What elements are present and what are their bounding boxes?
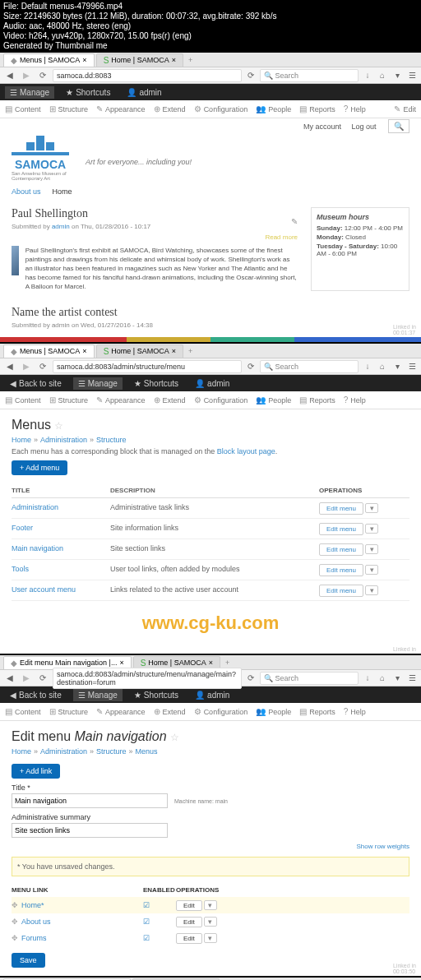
admin-user-link[interactable]: 👤admin bbox=[122, 86, 166, 99]
author-link[interactable]: admin bbox=[52, 223, 70, 230]
reload-button[interactable]: ⟳ bbox=[36, 360, 49, 373]
add-menu-button[interactable]: + Add menu bbox=[12, 460, 67, 475]
search-icon[interactable]: 🔍 bbox=[388, 119, 409, 133]
close-icon[interactable]: × bbox=[82, 56, 86, 64]
logout-link[interactable]: Log out bbox=[351, 122, 376, 131]
menu-link[interactable]: About us bbox=[21, 918, 51, 926]
menu-name-link[interactable]: Main navigation bbox=[12, 544, 110, 554]
extend-link[interactable]: ⊕Extend bbox=[154, 104, 186, 113]
edit-button[interactable]: Edit bbox=[176, 933, 202, 944]
nav-home[interactable]: Home bbox=[53, 187, 72, 196]
pane-1: ◆Menus | SAMOCA× SHome | SAMOCA× + ◀ ▶ ⟳… bbox=[0, 53, 421, 342]
dropdown-toggle[interactable]: ▾ bbox=[365, 544, 378, 554]
tab-menus[interactable]: ◆Menus | SAMOCA× bbox=[3, 344, 95, 358]
content-link[interactable]: ▤Content bbox=[5, 104, 41, 113]
dropdown-toggle[interactable]: ▾ bbox=[365, 524, 378, 534]
menu-title-input[interactable] bbox=[12, 793, 168, 808]
tab-menus[interactable]: ◆Menus | SAMOCA× bbox=[3, 53, 95, 67]
manage-toggle[interactable]: ☰Manage bbox=[5, 86, 54, 99]
dropdown-toggle[interactable]: ▾ bbox=[365, 585, 378, 595]
dropdown-toggle[interactable]: ▾ bbox=[204, 900, 217, 910]
people-link[interactable]: 👥People bbox=[256, 104, 291, 113]
search-field[interactable]: 🔍 Search bbox=[260, 360, 359, 373]
read-more-link[interactable]: Read more bbox=[12, 233, 298, 241]
forward-button[interactable]: ▶ bbox=[20, 360, 33, 373]
drag-handle[interactable]: ✥ bbox=[12, 901, 18, 909]
back-button[interactable]: ◀ bbox=[3, 69, 16, 82]
back-to-site[interactable]: ◀Back to site bbox=[5, 377, 67, 390]
new-tab-button[interactable]: + bbox=[185, 347, 196, 355]
menu-name-link[interactable]: Footer bbox=[12, 524, 110, 534]
pencil-icon[interactable]: ✎ bbox=[291, 217, 298, 226]
drupal-toolbar: ☰Manage ★Shortcuts 👤admin bbox=[0, 84, 421, 100]
video-metadata: File: Default menus-479966.mp4 Size: 221… bbox=[0, 0, 421, 53]
table-row: ✥About us☑Edit▾ bbox=[12, 913, 409, 930]
edit-menu-button[interactable]: Edit menu bbox=[319, 523, 363, 535]
back-button[interactable]: ◀ bbox=[3, 360, 16, 373]
url-field[interactable]: samoca.dd:8083 bbox=[53, 69, 242, 82]
manage-toggle[interactable]: ☰Manage bbox=[73, 377, 123, 390]
menu-name-link[interactable]: Administration bbox=[12, 503, 110, 513]
dropdown-toggle[interactable]: ▾ bbox=[365, 503, 378, 513]
menu-icon[interactable]: ☰ bbox=[406, 70, 418, 81]
admin-user-link[interactable]: 👤admin bbox=[190, 377, 234, 390]
search-field[interactable]: 🔍 Search bbox=[260, 672, 359, 685]
dropdown-toggle[interactable]: ▾ bbox=[204, 933, 217, 943]
appearance-link[interactable]: ✎Appearance bbox=[96, 104, 146, 113]
download-icon[interactable]: ↓ bbox=[362, 70, 373, 81]
menu-link[interactable]: Home* bbox=[21, 901, 44, 909]
tab-home[interactable]: SHome | SAMOCA× bbox=[96, 344, 183, 358]
tab-home[interactable]: SHome | SAMOCA× bbox=[96, 53, 183, 67]
enabled-checkbox[interactable]: ☑ bbox=[143, 901, 176, 909]
edit-menu-button[interactable]: Edit menu bbox=[319, 502, 363, 515]
star-icon[interactable]: ☆ bbox=[170, 732, 179, 743]
forward-button[interactable]: ▶ bbox=[20, 69, 33, 82]
star-icon[interactable]: ☆ bbox=[54, 420, 63, 432]
unsaved-warning: * You have unsaved changes. bbox=[12, 857, 409, 876]
dropdown-toggle[interactable]: ▾ bbox=[365, 565, 378, 575]
shortcuts-link[interactable]: ★Shortcuts bbox=[61, 86, 115, 99]
article-title-2[interactable]: Name the artist contest bbox=[12, 306, 409, 319]
edit-button[interactable]: Edit bbox=[176, 917, 202, 927]
menu-link[interactable]: Forums bbox=[21, 934, 47, 942]
new-tab-button[interactable]: + bbox=[185, 56, 196, 64]
reader-icon[interactable]: ⟳ bbox=[245, 70, 257, 81]
crumb-structure[interactable]: Structure bbox=[96, 436, 127, 444]
site-logo[interactable]: SAMOCA San Anselmo Museum of Contemporar… bbox=[12, 142, 69, 181]
admin-summary-input[interactable] bbox=[12, 823, 168, 838]
show-weights-link[interactable]: Show row weights bbox=[12, 843, 409, 850]
structure-link[interactable]: ⊞Structure bbox=[49, 104, 89, 113]
url-field[interactable]: samoca.dd:8083/admin/structure/menu/mana… bbox=[53, 668, 242, 689]
new-tab-button[interactable]: + bbox=[222, 659, 233, 667]
article-title[interactable]: Paul Shellington bbox=[12, 207, 298, 220]
edit-button[interactable]: Edit bbox=[176, 900, 202, 911]
close-icon[interactable]: × bbox=[172, 56, 176, 64]
block-layout-link[interactable]: Block layout page bbox=[217, 447, 275, 455]
url-field[interactable]: samoca.dd:8083/admin/structure/menu bbox=[53, 360, 242, 373]
edit-menu-button[interactable]: Edit menu bbox=[319, 564, 363, 576]
enabled-checkbox[interactable]: ☑ bbox=[143, 934, 176, 942]
edit-menu-button[interactable]: Edit menu bbox=[319, 543, 363, 556]
crumb-admin[interactable]: Administration bbox=[40, 436, 87, 444]
myaccount-link[interactable]: My account bbox=[303, 122, 341, 131]
save-button[interactable]: Save bbox=[12, 953, 45, 968]
configuration-link[interactable]: ⚙Configuration bbox=[194, 104, 248, 113]
nav-about[interactable]: About us bbox=[12, 187, 41, 196]
shortcuts-link[interactable]: ★Shortcuts bbox=[129, 377, 183, 390]
reload-button[interactable]: ⟳ bbox=[36, 69, 49, 82]
crumb-home[interactable]: Home bbox=[12, 436, 31, 444]
home-icon[interactable]: ⌂ bbox=[377, 70, 388, 81]
menu-name-link[interactable]: User account menu bbox=[12, 585, 110, 595]
drag-handle[interactable]: ✥ bbox=[12, 918, 18, 926]
help-link[interactable]: ?Help bbox=[344, 104, 366, 113]
enabled-checkbox[interactable]: ☑ bbox=[143, 918, 176, 926]
reports-link[interactable]: ▤Reports bbox=[299, 104, 335, 113]
edit-toggle[interactable]: ✎Edit bbox=[394, 104, 416, 113]
menu-name-link[interactable]: Tools bbox=[12, 565, 110, 575]
edit-menu-button[interactable]: Edit menu bbox=[319, 585, 363, 597]
search-field[interactable]: 🔍 Search bbox=[260, 69, 359, 82]
add-link-button[interactable]: + Add link bbox=[12, 764, 60, 779]
drag-handle[interactable]: ✥ bbox=[12, 934, 18, 942]
pocket-icon[interactable]: ▾ bbox=[391, 70, 403, 81]
dropdown-toggle[interactable]: ▾ bbox=[204, 917, 217, 927]
